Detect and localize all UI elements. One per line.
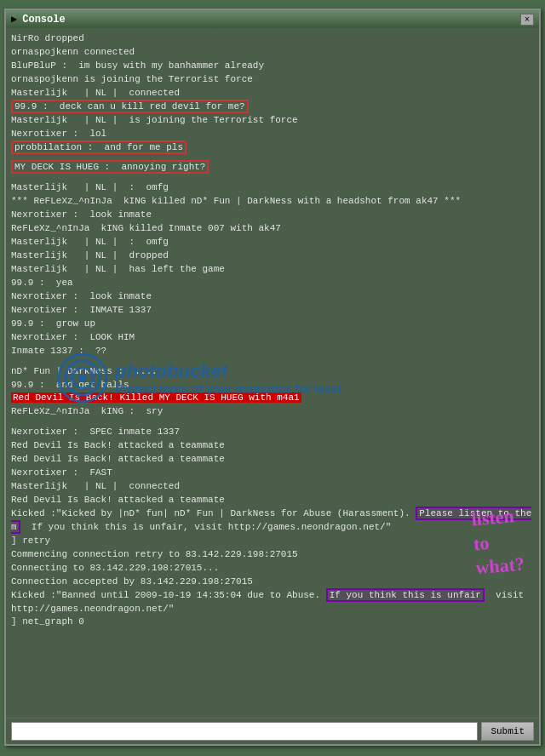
chat-line: ] retry xyxy=(11,535,534,548)
chat-line: Masterlijk | NL | connected xyxy=(11,480,534,494)
chat-line: Inmate 1337 : ?? xyxy=(11,345,534,358)
chat-line: Commencing connection retry to 83.142.22… xyxy=(11,548,534,562)
chat-line: Nexrotixer : SPEC inmate 1337 xyxy=(11,426,534,439)
chat-line: Masterlijk | NL | : omfg xyxy=(11,181,534,195)
chat-line: MY DECK IS HUEG : annoying right? xyxy=(11,161,534,175)
chat-line: Nexrotixer : look inmate xyxy=(11,290,534,304)
chat-line: Masterlijk | NL | has left the game xyxy=(11,263,534,277)
title-bar: ▶ Console × xyxy=(6,10,539,29)
chat-line: ReFLeXz_^nInJa kING killed Inmate 007 wi… xyxy=(11,222,534,236)
chat-line: ornaspojkenn is joining the Terrorist fo… xyxy=(11,73,534,87)
chat-line: probbilation : and for me pls xyxy=(11,141,534,155)
chat-scroll[interactable]: NirRo droppedornaspojkenn connectedBluPB… xyxy=(6,29,539,718)
input-row: Submit xyxy=(6,718,539,744)
chat-line: ornaspojkenn connected xyxy=(11,46,534,60)
chat-line: Masterlijk | NL | dropped xyxy=(11,249,534,263)
chat-line: Connecting to 83.142.229.198:27015... xyxy=(11,562,534,576)
window-title: Console xyxy=(22,14,65,26)
chat-line xyxy=(11,358,534,365)
chat-line xyxy=(11,419,534,426)
chat-line: Red Devil Is Back! Killed MY DECK IS HUE… xyxy=(11,392,534,405)
chat-line: Connection accepted by 83.142.229.198:27… xyxy=(11,576,534,589)
chat-line: Kicked :"Kicked by |nD* fun| nD* Fun | D… xyxy=(11,507,534,535)
console-icon: ▶ xyxy=(11,13,17,26)
chat-line: ReFLeXz_^nInJa kING : sry xyxy=(11,405,534,419)
chat-line: 99.9 : deck can u kill red devil for me? xyxy=(11,100,534,114)
chat-line: Masterlijk | NL | connected xyxy=(11,87,534,100)
chat-line: 99.9 : and get balls xyxy=(11,379,534,392)
chat-line: BluPBluP : im busy with my banhammer alr… xyxy=(11,60,534,73)
chat-input[interactable] xyxy=(11,722,478,741)
chat-line: Nexrotixer : FAST xyxy=(11,467,534,480)
chat-line: Kicked :"Banned until 2009-10-19 14:35:0… xyxy=(11,589,534,616)
chat-line: Red Devil Is Back! attacked a teammate xyxy=(11,494,534,507)
chat-line: Red Devil Is Back! attacked a teammate xyxy=(11,439,534,453)
chat-line: Masterlijk | NL | is joining the Terrori… xyxy=(11,114,534,128)
content-area: NirRo droppedornaspojkenn connectedBluPB… xyxy=(6,29,539,744)
chat-line xyxy=(11,175,534,181)
submit-button[interactable]: Submit xyxy=(481,722,534,741)
chat-line: Nexrotixer : INMATE 1337 xyxy=(11,304,534,318)
chat-line: Masterlijk | NL | : omfg xyxy=(11,236,534,249)
close-button[interactable]: × xyxy=(520,14,534,26)
chat-line: Nexrotixer : lol xyxy=(11,128,534,141)
chat-line: nD* Fun | DarkNess : .... xyxy=(11,365,534,379)
chat-line: 99.9 : yea xyxy=(11,277,534,290)
chat-line: Nexrotixer : LOOK HIM xyxy=(11,331,534,345)
chat-line: NirRo dropped xyxy=(11,32,534,46)
chat-line: Nexrotixer : look inmate xyxy=(11,209,534,222)
chat-line: *** ReFLeXz_^nInJa kING killed nD* Fun |… xyxy=(11,195,534,209)
console-window: ▶ Console × NirRo droppedornaspojkenn co… xyxy=(4,9,541,746)
chat-line: 99.9 : grow up xyxy=(11,318,534,331)
chat-line: ] net_graph 0 xyxy=(11,616,534,629)
chat-line: Red Devil Is Back! attacked a teammate xyxy=(11,453,534,467)
title-bar-left: ▶ Console xyxy=(11,13,66,26)
